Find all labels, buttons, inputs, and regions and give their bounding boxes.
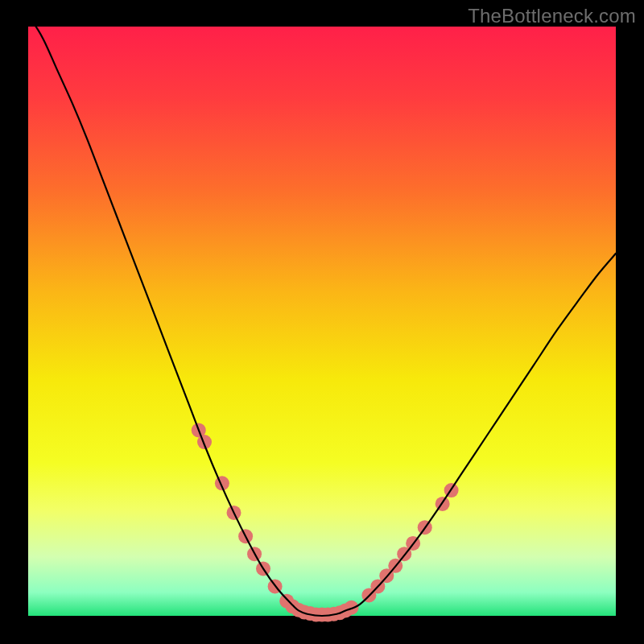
data-dot — [345, 601, 359, 615]
watermark-text: TheBottleneck.com — [468, 5, 636, 27]
bottleneck-chart — [0, 0, 644, 644]
plot-background — [28, 27, 616, 616]
